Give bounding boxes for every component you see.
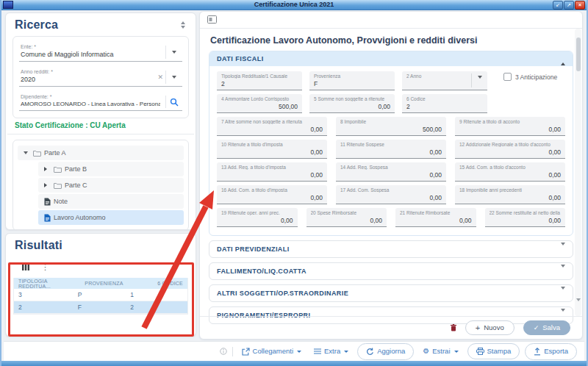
fiscal-field-8-imponibile[interactable]: 8 Imponibile500,00 xyxy=(336,117,446,136)
chevron-down-icon[interactable] xyxy=(165,46,182,59)
chevron-down-icon[interactable] xyxy=(561,290,565,297)
estrai-button[interactable]: ⚙ Estrai xyxy=(419,345,462,357)
refresh-icon xyxy=(366,348,374,356)
app-icon xyxy=(3,1,13,9)
stampa-label: Stampa xyxy=(487,348,512,355)
section-altri-soggetti-op-straordinarie[interactable]: ALTRI SOGGETTI/OP.STRAORDINARIE xyxy=(209,284,573,302)
anno-redditi-field[interactable]: Anno redditi: * 2020 ✕ xyxy=(19,67,182,87)
fiscal-field-12-addizionale-regionale-a-titolo-d-acconto[interactable]: 12 Addizionale Regionale a titolo d'acco… xyxy=(455,140,565,159)
field-value: 0,00 xyxy=(221,126,323,133)
table-row[interactable]: 3P1 xyxy=(14,289,187,301)
fiscal-field-13-add-reg-a-titolo-d-imposta[interactable]: 13 Add. Reg. a titolo d'imposta0,00 xyxy=(217,162,327,182)
vertical-scrollbar[interactable] xyxy=(575,29,581,316)
fiscal-field-11-ritenute-sospese[interactable]: 11 Ritenute Sospese0,00 xyxy=(336,140,446,159)
field-label: 5 Somme non soggette a ritenute xyxy=(314,96,390,101)
field-label: 12 Addizionale Regionale a titolo d'acco… xyxy=(459,142,561,147)
sort-icon[interactable] xyxy=(181,21,187,29)
fiscal-field-4-ammontare-lordo-corrisposto[interactable]: 4 Ammontare Lordo Corrisposto500,00 xyxy=(217,94,302,113)
fiscal-field-5-somme-non-soggette-a-ritenute[interactable]: 5 Somme non soggette a ritenute0,00 xyxy=(309,94,395,113)
fiscal-field-7-altre-somme-non-soggette-a-ritenuta[interactable]: 7 Altre somme non soggette a ritenuta0,0… xyxy=(217,117,327,136)
collegamenti-label: Collegamenti xyxy=(253,348,293,355)
tree-item-label: Parte B xyxy=(65,165,87,173)
salva-button[interactable]: ✓ Salva xyxy=(523,320,570,335)
info-icon[interactable] xyxy=(220,345,227,358)
esporta-button[interactable]: Esporta xyxy=(525,343,577,360)
clear-icon[interactable]: ✕ xyxy=(157,74,163,81)
table-cell: 1 xyxy=(130,291,183,298)
window-restore-icon[interactable]: ↙ xyxy=(553,1,563,10)
chevron-down-icon[interactable] xyxy=(561,245,565,253)
anticipazione-checkbox-field[interactable]: 3 Anticipazione xyxy=(495,73,565,81)
fiscal-field-provenienza[interactable]: ProvenienzaF xyxy=(309,71,395,90)
field-label: 9 Ritenute a titolo di acconto xyxy=(459,119,561,124)
delete-icon[interactable] xyxy=(451,321,456,334)
collegamenti-button[interactable]: Collegamenti xyxy=(238,345,305,358)
fiscal-field-22-somme-restituite-al-netto-della-rite[interactable]: 22 Somme restituite al netto della rite.… xyxy=(485,208,566,227)
scrollbar-thumb[interactable] xyxy=(576,37,581,71)
dati-fiscali-header[interactable]: DATI FISCALI xyxy=(209,51,573,66)
fiscal-field-18-imponibile-anni-precedenti[interactable]: 18 Imponibile anni precedenti0,00 xyxy=(455,185,565,204)
stampa-button[interactable]: Stampa xyxy=(467,343,520,359)
app-window: Certificazione Unica 2021 ↙ ↗ × Ricerca … xyxy=(0,0,588,366)
fiscal-field-14-add-reg-sospesa[interactable]: 14 Add. Reg. Sospesa0,00 xyxy=(336,162,446,182)
search-icon[interactable] xyxy=(165,96,182,108)
tree-item-parte-b[interactable]: Parte B xyxy=(38,162,184,176)
dipendente-field[interactable]: Dipendente: * AMOROSO LEONARDO - Linea L… xyxy=(19,92,182,111)
tree-item-note[interactable]: Note xyxy=(38,194,184,209)
caret-down-icon[interactable] xyxy=(24,151,33,154)
fiscal-field-9-ritenute-a-titolo-di-acconto[interactable]: 9 Ritenute a titolo di acconto0,00 xyxy=(455,117,565,136)
esporta-label: Esporta xyxy=(544,348,568,355)
salva-button-label: Salva xyxy=(542,324,560,331)
column-header[interactable]: TIPOLOGIA REDDITUA... xyxy=(18,279,78,289)
check-icon: ✓ xyxy=(534,325,539,331)
field-label: 7 Altre somme non soggette a ritenuta xyxy=(221,119,323,124)
field-value: 0,00 xyxy=(340,194,442,201)
tree-item-lavoro-autonomo[interactable]: Lavoro Autonomo xyxy=(38,210,184,225)
chevron-down-icon[interactable] xyxy=(478,79,482,90)
kebab-menu-icon[interactable]: ⋮ xyxy=(41,263,49,271)
section-fallimento-liq-coatta[interactable]: FALLIMENTO/LIQ.COATTA xyxy=(209,262,573,280)
fiscal-field-15-add-com-a-titolo-d-acconto[interactable]: 15 Add. Com. a titolo d'acconto0,00 xyxy=(455,162,565,182)
table-row[interactable]: 2F2 xyxy=(14,301,187,314)
chevron-up-icon[interactable] xyxy=(561,55,565,62)
checkbox-icon[interactable] xyxy=(503,73,512,81)
fiscal-field-16-add-com-a-titolo-d-imposta[interactable]: 16 Add. Com. a titolo d'imposta0,00 xyxy=(217,185,327,204)
fiscal-field-10-ritenute-a-titolo-d-imposta[interactable]: 10 Ritenute a titolo d'imposta0,00 xyxy=(217,140,327,159)
caret-right-icon[interactable] xyxy=(44,167,54,171)
nuovo-button[interactable]: + Nuovo xyxy=(465,320,514,335)
fiscal-field-row: Tipologia Reddituale/1 Causale2Provenien… xyxy=(217,71,565,90)
window-close-icon[interactable]: × xyxy=(575,1,585,10)
fiscal-field-tipologia-reddituale-1-causale[interactable]: Tipologia Reddituale/1 Causale2 xyxy=(217,71,302,90)
collapse-panel-icon[interactable] xyxy=(207,13,217,26)
fiscal-field-6-codice[interactable]: 6 Codice2 xyxy=(402,94,487,113)
column-header[interactable]: 6 CODICE xyxy=(130,281,183,286)
aggiorna-button[interactable]: Aggiorna xyxy=(357,343,414,360)
toolbar-divider xyxy=(232,347,233,356)
fiscal-field-17-add-com-sospesa[interactable]: 17 Add. Com. Sospesa0,00 xyxy=(336,185,446,204)
tree-item-parte-a[interactable]: Parte A xyxy=(18,146,184,160)
field-value: F xyxy=(314,80,390,87)
fiscal-field-19-ritenute-oper-anni-prec[interactable]: 19 Ritenute oper. anni prec.0,00 xyxy=(217,208,298,227)
caret-right-icon[interactable] xyxy=(44,183,54,187)
dipendente-value: AMOROSO LEONARDO - Linea Lavorativa - Pe… xyxy=(21,101,160,107)
dati-fiscali-section: DATI FISCALI Tipologia Reddituale/1 Caus… xyxy=(209,51,573,236)
extra-button[interactable]: Extra xyxy=(310,345,352,357)
window-maximize-icon[interactable]: ↗ xyxy=(564,1,574,10)
ente-field[interactable]: Ente: * Comune di Maggioli Informatica xyxy=(19,42,182,62)
chevron-down-icon[interactable] xyxy=(165,71,182,84)
fiscal-field-20-spese-rimborsate[interactable]: 20 Spese Rimborsate0,00 xyxy=(306,208,387,227)
fiscal-field-2-anno[interactable]: 2 Anno xyxy=(402,71,487,90)
scroll-down-icon[interactable] xyxy=(576,301,581,315)
field-value: 0,00 xyxy=(314,103,390,110)
fiscal-field-21-ritenute-rimborsate[interactable]: 21 Ritenute Rimborsate0,00 xyxy=(395,208,476,227)
fiscal-field-row: 10 Ritenute a titolo d'imposta0,0011 Rit… xyxy=(217,140,565,159)
tree-item-parte-c[interactable]: Parte C xyxy=(38,178,184,193)
tree-item-label: Note xyxy=(54,198,68,205)
tree-item-label: Parte C xyxy=(65,182,87,189)
column-header[interactable]: PROVENIENZA xyxy=(78,281,131,286)
columns-icon[interactable] xyxy=(22,260,29,273)
chevron-down-icon[interactable] xyxy=(561,268,565,275)
section-dati-previdenziali[interactable]: DATI PREVIDENZIALI xyxy=(209,240,573,258)
folder-icon xyxy=(54,182,62,189)
window-bottom-edge xyxy=(1,361,587,366)
